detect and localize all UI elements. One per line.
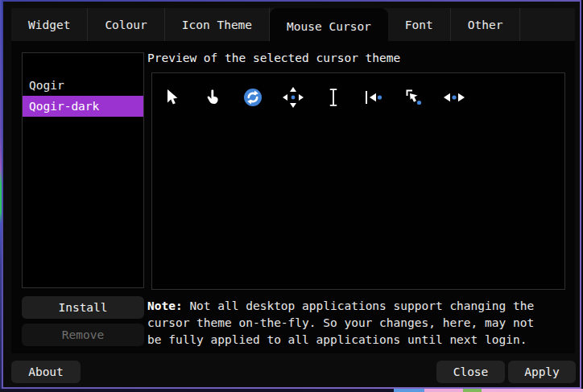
tab-font[interactable]: Font	[388, 8, 451, 41]
desktop-wallpaper-bottom-edge	[0, 389, 583, 392]
text-ibeam-cursor-icon	[313, 83, 354, 112]
busy-spinner-cursor-icon	[233, 83, 273, 112]
tab-icon-theme[interactable]: Icon Theme	[165, 8, 270, 41]
install-button[interactable]: Install	[22, 296, 144, 319]
note-prefix: Note:	[147, 299, 183, 312]
horizontal-resize-cursor-icon	[434, 83, 474, 112]
cursor-note-text: Note: Not all desktop applications suppo…	[147, 298, 573, 349]
lxappearance-window: Widget Colour Icon Theme Mouse Cursor Fo…	[2, 0, 581, 389]
tab-mouse-cursor[interactable]: Mouse Cursor	[270, 8, 388, 44]
left-pointer-cursor-icon	[152, 83, 192, 112]
list-item-qogir-dark[interactable]: Qogir-dark	[23, 96, 143, 117]
tab-widget[interactable]: Widget	[11, 8, 88, 41]
settings-tab-bar: Widget Colour Icon Theme Mouse Cursor Fo…	[11, 8, 575, 41]
close-button[interactable]: Close	[436, 361, 505, 383]
apply-button[interactable]: Apply	[508, 361, 576, 383]
move-cursor-icon	[273, 83, 313, 112]
list-item-qogir[interactable]: Qogir	[23, 75, 143, 96]
top-left-corner-resize-cursor-icon	[394, 83, 434, 112]
tab-other[interactable]: Other	[451, 8, 521, 41]
mouse-cursor-page: Qogir Qogir-dark Preview of the selected…	[11, 41, 575, 353]
left-edge-cursor-icon	[354, 83, 394, 112]
note-line1: Not all desktop applications support cha…	[183, 299, 535, 312]
remove-button[interactable]: Remove	[22, 324, 144, 346]
about-button[interactable]: About	[11, 361, 81, 383]
cursor-preview-box	[151, 72, 565, 290]
cursor-theme-list: Qogir Qogir-dark	[22, 52, 144, 288]
note-line3: be fully applied to all applications unt…	[147, 332, 573, 349]
hand-cursor-icon	[192, 83, 233, 112]
note-line2: cursor theme on-the-fly. So your changes…	[147, 315, 573, 332]
preview-label: Preview of the selected cursor theme	[147, 52, 400, 64]
tab-colour[interactable]: Colour	[88, 8, 164, 41]
cursor-preview-row	[152, 83, 564, 112]
